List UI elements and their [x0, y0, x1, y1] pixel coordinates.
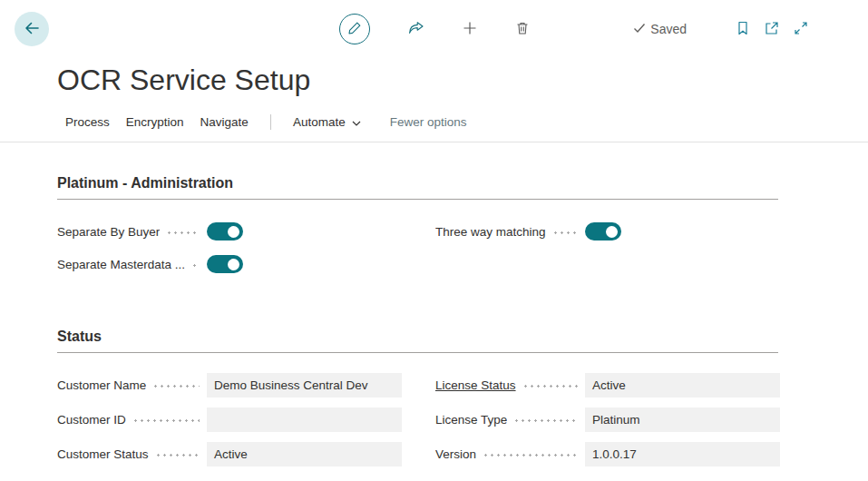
- field-customer-id: Customer ID: [57, 407, 402, 432]
- menu-item-process[interactable]: Process: [65, 115, 110, 129]
- version-input[interactable]: 1.0.0.17: [585, 442, 780, 466]
- page-title: OCR Service Setup: [57, 60, 868, 100]
- administration-fields: Separate By Buyer Three way matching Sep…: [57, 221, 778, 287]
- field-label: Customer Status: [57, 447, 149, 461]
- menu-divider: [270, 114, 271, 130]
- back-button[interactable]: [15, 12, 49, 46]
- field-label-wrap: License Type: [435, 413, 585, 427]
- field-label-wrap: Customer Name: [57, 378, 207, 392]
- field-label-wrap: Three way matching: [435, 225, 585, 239]
- field-label: Three way matching: [435, 225, 546, 239]
- dot-leader: [522, 385, 578, 388]
- arrow-left-icon: [23, 19, 41, 40]
- page-content: Platinum - Administration Separate By Bu…: [0, 175, 868, 476]
- separate-masterdata-toggle[interactable]: [207, 255, 243, 273]
- section-divider: [57, 199, 778, 200]
- record-actions: [339, 0, 530, 58]
- field-version: Version 1.0.0.17: [435, 442, 778, 466]
- field-label-wrap: Version: [435, 447, 585, 461]
- customer-status-input[interactable]: Active: [207, 442, 402, 466]
- field-label: Customer ID: [57, 413, 126, 427]
- field-label: Separate By Buyer: [57, 225, 160, 239]
- menu-item-encryption[interactable]: Encryption: [126, 115, 184, 129]
- edit-button[interactable]: [339, 14, 370, 44]
- field-three-way-matching: Three way matching: [435, 221, 778, 241]
- bookmark-button[interactable]: [736, 21, 750, 38]
- field-label-wrap: Customer ID: [57, 413, 207, 427]
- field-label: Version: [435, 447, 476, 461]
- chevron-down-icon: [352, 115, 361, 129]
- section-divider: [57, 352, 778, 353]
- save-status: Saved: [633, 22, 687, 37]
- checkmark-icon: [633, 22, 646, 37]
- plus-icon: [463, 21, 477, 38]
- field-label-wrap: License Status: [435, 378, 585, 392]
- dot-leader: [166, 231, 200, 234]
- field-separate-by-buyer: Separate By Buyer: [57, 221, 402, 241]
- trash-icon: [515, 21, 530, 38]
- field-label-wrap: Separate By Buyer: [57, 225, 207, 239]
- popout-icon: [765, 21, 779, 38]
- action-menu-bar: Process Encryption Navigate Automate Few…: [0, 105, 868, 142]
- field-license-type: License Type Platinum: [435, 407, 778, 432]
- pencil-icon: [347, 21, 362, 38]
- dot-leader: [483, 454, 578, 456]
- field-label-wrap: Separate Masterdata ...: [57, 258, 207, 271]
- expand-diagonal-icon: [794, 21, 808, 38]
- license-status-input[interactable]: Active: [585, 373, 780, 398]
- field-customer-name: Customer Name Demo Business Central Dev: [57, 373, 402, 398]
- customer-name-input[interactable]: Demo Business Central Dev: [207, 373, 402, 398]
- dot-leader: [152, 385, 200, 388]
- share-arrow-icon: [408, 21, 424, 38]
- separate-by-buyer-toggle[interactable]: [207, 222, 243, 240]
- open-in-new-window-button[interactable]: [765, 21, 779, 38]
- new-record-button[interactable]: [463, 21, 477, 38]
- field-label: License Type: [435, 413, 507, 427]
- bookmark-icon: [736, 21, 750, 38]
- field-license-status: License Status Active: [435, 373, 778, 398]
- status-fields: Customer Name Demo Business Central Dev …: [57, 373, 778, 476]
- top-action-bar: Saved: [0, 0, 868, 58]
- dot-leader: [513, 419, 578, 422]
- field-label-wrap: Customer Status: [57, 447, 207, 461]
- dot-leader: [155, 454, 200, 456]
- dot-leader: [132, 419, 200, 422]
- menu-item-navigate[interactable]: Navigate: [200, 115, 249, 129]
- share-button[interactable]: [408, 21, 424, 38]
- field-customer-status: Customer Status Active: [57, 442, 402, 466]
- automate-label: Automate: [293, 115, 346, 129]
- delete-button[interactable]: [515, 21, 530, 38]
- section-heading-administration[interactable]: Platinum - Administration: [57, 175, 778, 191]
- field-label: Separate Masterdata ...: [57, 258, 185, 271]
- window-actions: Saved: [633, 0, 808, 58]
- customer-id-input[interactable]: [207, 407, 402, 432]
- fullscreen-button[interactable]: [794, 21, 808, 38]
- dot-leader: [191, 264, 200, 267]
- license-status-link[interactable]: License Status: [435, 378, 516, 392]
- dot-leader: [552, 231, 578, 234]
- field-separate-masterdata: Separate Masterdata ...: [57, 254, 402, 274]
- field-label: Customer Name: [57, 378, 146, 392]
- empty-cell: [435, 254, 778, 274]
- three-way-matching-toggle[interactable]: [585, 222, 621, 240]
- save-status-label: Saved: [650, 22, 687, 36]
- menu-item-fewer-options[interactable]: Fewer options: [390, 115, 467, 129]
- menu-item-automate[interactable]: Automate: [293, 115, 361, 129]
- license-type-input[interactable]: Platinum: [585, 407, 780, 432]
- section-heading-status[interactable]: Status: [57, 329, 778, 345]
